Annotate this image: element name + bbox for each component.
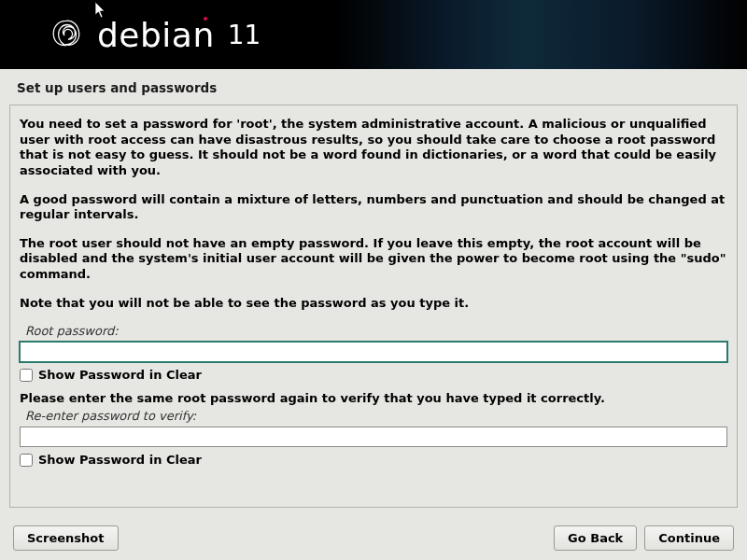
header-banner: debian 11 — [0, 0, 747, 69]
info-paragraph-1: You need to set a password for 'root', t… — [20, 117, 727, 179]
show-password-checkbox-2[interactable] — [20, 454, 33, 467]
footer-bar: Screenshot Go Back Continue — [0, 525, 747, 551]
show-password-label-1[interactable]: Show Password in Clear — [38, 368, 202, 382]
logo-text: debian — [97, 16, 215, 54]
root-password-label: Root password: — [25, 324, 727, 338]
info-paragraph-2: A good password will contain a mixture o… — [20, 192, 727, 223]
logo-dot — [204, 17, 207, 21]
go-back-button[interactable]: Go Back — [554, 525, 637, 551]
content-panel: You need to set a password for 'root', t… — [9, 105, 738, 508]
verify-password-label: Re-enter password to verify: — [25, 409, 727, 423]
verify-password-input[interactable] — [20, 427, 727, 447]
continue-button[interactable]: Continue — [644, 525, 734, 551]
verify-prompt: Please enter the same root password agai… — [20, 391, 727, 405]
debian-swirl-logo — [47, 15, 86, 54]
info-paragraph-3: The root user should not have an empty p… — [20, 236, 727, 283]
show-password-label-2[interactable]: Show Password in Clear — [38, 453, 202, 467]
logo-version: 11 — [228, 20, 261, 50]
root-password-input[interactable] — [20, 342, 727, 362]
info-paragraph-4: Note that you will not be able to see th… — [20, 296, 727, 312]
show-password-checkbox-1[interactable] — [20, 369, 33, 382]
page-title: Set up users and passwords — [0, 69, 747, 105]
screenshot-button[interactable]: Screenshot — [13, 525, 119, 551]
